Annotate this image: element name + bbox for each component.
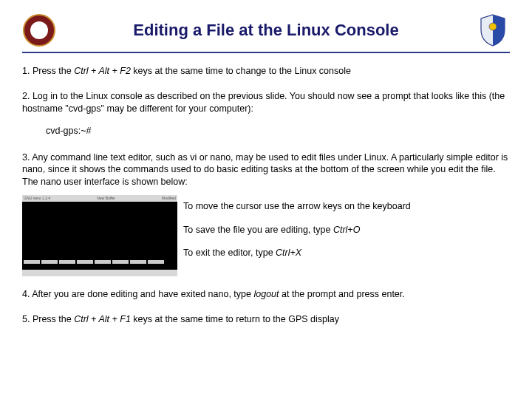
step-3-text: Any command line text editor, such as vi… (22, 152, 508, 187)
step-1-num: 1. (22, 66, 30, 76)
step-1: 1. Press the Ctrl + Alt + F2 keys at the… (22, 65, 510, 77)
header-divider (22, 52, 510, 53)
step-3-num: 3. (22, 152, 30, 163)
step-4-tail: at the prompt and press enter. (279, 289, 405, 299)
step-2: 2. Log in to the Linux console as descri… (22, 90, 510, 137)
step-4: 4. After you are done editing and have e… (22, 288, 510, 300)
slide-header: Editing a File at the Linux Console (22, 13, 510, 47)
nano-note-move: To move the cursor use the arrow keys on… (183, 198, 411, 216)
nano-row: GNU nano 1.2.4 New Buffer Modified To mo… (22, 195, 510, 276)
step-2-num: 2. (22, 91, 30, 101)
svg-point-0 (489, 23, 497, 30)
nano-statusbar (22, 270, 177, 276)
step-5-num: 5. (22, 314, 30, 324)
slide-title: Editing a File at the Linux Console (56, 21, 476, 40)
step-2-text: Log in to the Linux console as described… (22, 91, 505, 113)
step-3: 3. Any command line text editor, such as… (22, 151, 510, 188)
step-1-keys: Ctrl + Alt + F2 (74, 66, 131, 76)
nano-title-center: New Buffer (97, 195, 115, 202)
nano-shortcut-bar (22, 259, 177, 270)
step-1-lead: Press the (33, 66, 74, 76)
step-2-prompt: cvd-gps:~# (46, 125, 510, 137)
nano-titlebar: GNU nano 1.2.4 New Buffer Modified (22, 195, 177, 202)
step-5-lead: Press the (33, 314, 74, 324)
step-4-cmd: logout (253, 289, 279, 299)
nano-title-right: Modified (162, 195, 176, 202)
step-5-tail: keys at the same time to return to the G… (131, 314, 339, 324)
step-1-tail: keys at the same time to change to the L… (131, 66, 351, 76)
step-5-keys: Ctrl + Alt + F1 (74, 314, 131, 324)
air-force-shield-icon (476, 13, 510, 47)
nano-title-left: GNU nano 1.2.4 (24, 195, 50, 202)
step-5: 5. Press the Ctrl + Alt + F1 keys at the… (22, 313, 510, 325)
nano-screenshot: GNU nano 1.2.4 New Buffer Modified (22, 195, 177, 276)
slide: Editing a File at the Linux Console 1. P… (0, 0, 532, 399)
step-4-num: 4. (22, 289, 30, 299)
nano-note-save: To save the file you are editing, type C… (183, 222, 411, 239)
university-seal-icon (22, 13, 56, 47)
nano-note-exit: To exit the editor, type Ctrl+X (183, 245, 411, 262)
nano-notes: To move the cursor use the arrow keys on… (183, 195, 411, 268)
step-4-lead: After you are done editing and have exit… (32, 289, 253, 299)
